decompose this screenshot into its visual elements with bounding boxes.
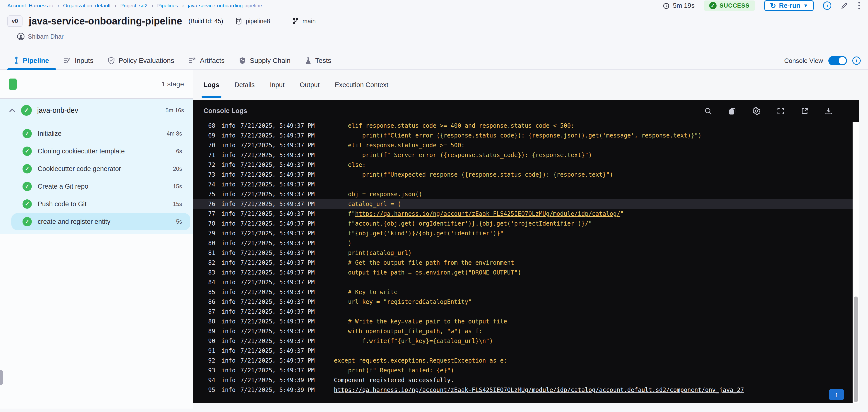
divider <box>281 14 281 28</box>
breadcrumb-pipelines[interactable]: Pipelines <box>157 3 178 8</box>
step-detail-tabs: Logs Details Input Output Execution Cont… <box>193 70 868 100</box>
tab-pipeline[interactable]: Pipeline <box>14 57 49 65</box>
breadcrumb-account[interactable]: Account: Harness.io <box>7 3 53 8</box>
log-row: 90info7/21/2025, 5:49:37 PM f.write(f"{u… <box>193 336 859 346</box>
scrollbar-thumb[interactable] <box>854 296 858 402</box>
tab-inputs[interactable]: Inputs <box>63 57 93 65</box>
log-row: 69info7/21/2025, 5:49:37 PM print(f"Clie… <box>193 131 859 140</box>
fullscreen-icon[interactable] <box>776 107 785 115</box>
console-log-list[interactable]: 68info7/21/2025, 5:49:37 PM elif respons… <box>193 122 859 403</box>
status-badge: ✓ SUCCESS <box>704 0 755 11</box>
success-check-icon: ✓ <box>709 2 717 9</box>
log-row: 70info7/21/2025, 5:49:37 PM elif respons… <box>193 140 859 150</box>
artifacts-icon <box>188 57 196 65</box>
chevron-up-icon[interactable] <box>9 108 16 113</box>
tab-output[interactable]: Output <box>300 70 319 100</box>
log-row: 71info7/21/2025, 5:49:37 PM print(f" Ser… <box>193 150 859 160</box>
step-success-icon: ✓ <box>23 182 32 191</box>
chevron-right-icon: › <box>57 2 59 9</box>
chevron-right-icon: › <box>182 2 184 9</box>
log-row: 91info7/21/2025, 5:49:37 PM <box>193 346 859 356</box>
tab-policy-evaluations[interactable]: Policy Evaluations <box>107 57 174 65</box>
edit-pipeline-icon[interactable] <box>841 2 848 9</box>
shield-check-icon <box>107 57 115 65</box>
step-success-icon: ✓ <box>23 217 32 226</box>
repository-icon <box>235 18 242 25</box>
step-cookiecutter-code-generator[interactable]: ✓ Cookiecutter code generator 20s <box>0 160 193 178</box>
stage-sidebar: 1 stage ✓ java-onb-dev 5m 16s ✓ <box>0 70 193 409</box>
breadcrumb-project[interactable]: Project: sd2 <box>120 3 148 8</box>
pipeline-icon <box>14 57 19 65</box>
tab-details[interactable]: Details <box>235 70 255 100</box>
more-options-icon[interactable] <box>858 1 861 10</box>
log-row: 85info7/21/2025, 5:49:37 PM # Key to wri… <box>193 287 859 297</box>
log-row: 92info7/21/2025, 5:49:37 PMexcept reques… <box>193 356 859 366</box>
version-badge: v0 <box>7 15 23 27</box>
info-icon[interactable]: i <box>823 1 831 10</box>
execution-tabs: Pipeline Inputs Policy Evaluations <box>0 52 868 70</box>
copy-icon[interactable] <box>728 107 736 115</box>
pipeline-execution-page: Account: Harness.io › Organization: defa… <box>0 0 868 412</box>
console-scrollbar[interactable] <box>852 122 859 403</box>
stage-status-square[interactable] <box>9 78 17 90</box>
step-push-code-to-git[interactable]: ✓ Push code to Git 15s <box>0 195 193 213</box>
step-initialize[interactable]: ✓ Initialize 4m 8s <box>0 125 193 142</box>
gear-icon[interactable] <box>752 107 761 116</box>
tab-artifacts[interactable]: Artifacts <box>188 57 225 65</box>
step-create-a-git-repo[interactable]: ✓ Create a Git repo 15s <box>0 178 193 195</box>
stage-name: java-onb-dev <box>37 106 78 115</box>
pipeline-title-row: v0 java-service-onboarding-pipeline (Bui… <box>0 14 868 28</box>
step-create-and-register-entity[interactable]: ✓ create and register entity 5s <box>0 213 193 230</box>
supply-chain-shield-icon <box>239 57 246 65</box>
console-logs-panel: Console Logs <box>193 100 859 403</box>
stage-row[interactable]: ✓ java-onb-dev 5m 16s <box>0 99 193 122</box>
console-view-toggle[interactable] <box>828 56 847 65</box>
git-branch-icon <box>292 18 299 25</box>
branch-ref[interactable]: main <box>292 18 316 25</box>
breadcrumb: Account: Harness.io › Organization: defa… <box>7 2 262 9</box>
tab-supply-chain[interactable]: Supply Chain <box>239 57 291 65</box>
log-row: 89info7/21/2025, 5:49:37 PM with open(ou… <box>193 326 859 336</box>
log-row: 76info7/21/2025, 5:49:37 PM catalog_url … <box>193 199 859 209</box>
panel-resize-handle[interactable] <box>0 370 3 385</box>
log-row: 80info7/21/2025, 5:49:37 PM ) <box>193 238 859 248</box>
log-row: 81info7/21/2025, 5:49:37 PM print(catalo… <box>193 248 859 258</box>
open-in-new-icon[interactable] <box>801 107 809 115</box>
scroll-to-top-button[interactable]: ↑ <box>829 389 844 400</box>
tab-logs[interactable]: Logs <box>204 70 219 100</box>
inputs-icon <box>63 57 71 65</box>
triggered-by: Shibam Dhar <box>17 33 868 40</box>
step-success-icon: ✓ <box>23 164 32 173</box>
breadcrumb-organization[interactable]: Organization: default <box>63 3 111 8</box>
breadcrumb-pipeline-name[interactable]: java-service-onboarding-pipeline <box>188 3 262 8</box>
step-cloning-cookiecutter-template[interactable]: ✓ Cloning cookiecutter template 6s <box>0 142 193 160</box>
clock-icon <box>662 2 670 9</box>
download-icon[interactable] <box>825 107 833 115</box>
tab-execution-context[interactable]: Execution Context <box>335 70 388 100</box>
log-row: 95info7/21/2025, 5:49:39 PMhttps://qa.ha… <box>193 385 859 395</box>
stage-block: ✓ java-onb-dev 5m 16s ✓ Initialize 4m 8s… <box>0 99 193 234</box>
stage-summary-header: 1 stage <box>0 70 193 99</box>
chevron-right-icon: › <box>151 2 153 9</box>
log-row: 74info7/21/2025, 5:49:37 PM <box>193 180 859 189</box>
chevron-down-icon: ▼ <box>803 3 808 8</box>
log-row: 82info7/21/2025, 5:49:37 PM # Get the ou… <box>193 258 859 268</box>
pipeline-ref[interactable]: pipeline8 <box>235 18 270 25</box>
log-row: 86info7/21/2025, 5:49:37 PM url_key = "r… <box>193 297 859 307</box>
tab-input[interactable]: Input <box>270 70 284 100</box>
console-logs-title: Console Logs <box>204 107 247 115</box>
log-link[interactable]: https://qa.harness.io/ng/account/zEaak-F… <box>334 386 744 393</box>
page-title: java-service-onboarding-pipeline <box>29 15 182 27</box>
topbar: Account: Harness.io › Organization: defa… <box>0 0 868 10</box>
rerun-button[interactable]: ↻ Re-run ▼ <box>764 0 814 11</box>
log-row: 73info7/21/2025, 5:49:37 PM print(f"Unex… <box>193 170 859 180</box>
log-row: 75info7/21/2025, 5:49:37 PM obj = respon… <box>193 189 859 199</box>
console-view-info-icon[interactable]: i <box>852 57 861 65</box>
tab-tests[interactable]: Tests <box>305 57 331 65</box>
search-icon[interactable] <box>704 107 712 115</box>
log-row: 77info7/21/2025, 5:49:37 PM f"https://qa… <box>193 209 859 219</box>
log-row: 79info7/21/2025, 5:49:37 PM f"{obj.get('… <box>193 228 859 238</box>
user-avatar-icon <box>17 33 25 40</box>
log-link[interactable]: https://qa.harness.io/ng/account/zEaak-F… <box>355 211 620 217</box>
stage-count: 1 stage <box>161 80 184 88</box>
